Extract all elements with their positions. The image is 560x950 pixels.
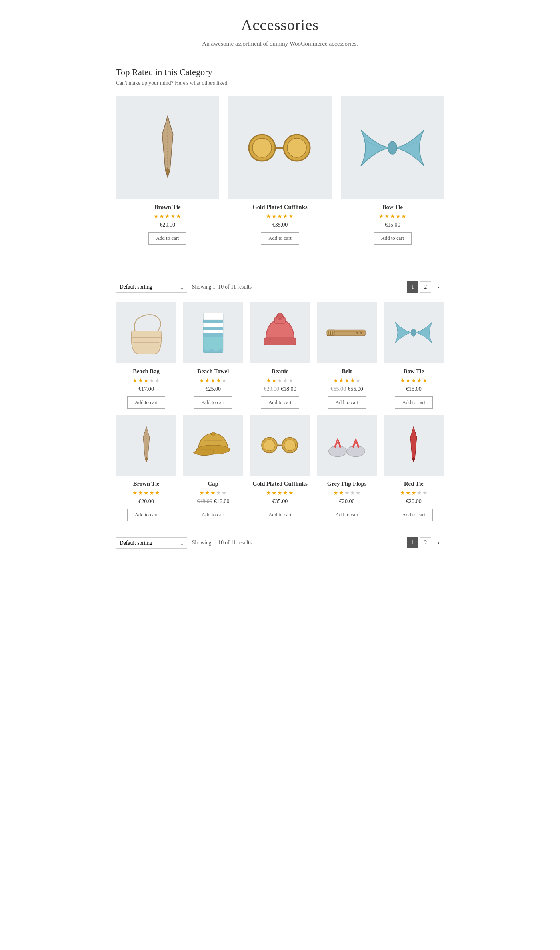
star-filled: ★: [390, 213, 395, 220]
page-button-2[interactable]: 2: [420, 537, 431, 548]
top-toolbar: Default sortingSort by popularitySort by…: [116, 281, 444, 293]
sort-select-bottom[interactable]: Default sortingSort by popularitySort by…: [116, 537, 187, 549]
star-filled: ★: [155, 490, 160, 496]
product-card: Gold Plated Cufflinks ★★★★★ €35.00 Add t…: [250, 415, 310, 521]
star-filled: ★: [333, 377, 338, 384]
add-to-cart-button[interactable]: Add to cart: [261, 396, 299, 409]
add-to-cart-button[interactable]: Add to cart: [261, 509, 299, 521]
svg-point-26: [277, 313, 283, 319]
add-to-cart-button[interactable]: Add to cart: [328, 396, 366, 409]
old-price: €18.00: [197, 498, 212, 504]
product-price: €35.00: [272, 498, 288, 505]
svg-marker-39: [145, 457, 148, 462]
product-image: [384, 302, 444, 363]
add-to-cart-button[interactable]: Add to cart: [148, 232, 187, 245]
page-title: Accessories: [116, 16, 444, 34]
product-card: Brown Tie ★★★★★ €20.00 Add to cart: [116, 415, 176, 521]
star-empty: ★: [356, 377, 361, 384]
product-card: Red Tie ★★★★★ €20.00 Add to cart: [384, 415, 444, 521]
product-price: €35.00: [272, 221, 288, 228]
product-image: [250, 415, 310, 476]
product-stars: ★★★★★: [333, 490, 361, 496]
sort-select-wrap-bottom[interactable]: Default sortingSort by popularitySort by…: [116, 537, 187, 549]
star-filled: ★: [344, 377, 350, 384]
current-price: €20.00: [339, 498, 355, 504]
toolbar-left: Default sortingSort by popularitySort by…: [116, 281, 252, 293]
star-filled: ★: [266, 490, 271, 496]
star-filled: ★: [406, 377, 411, 384]
add-to-cart-button[interactable]: Add to cart: [194, 509, 232, 521]
product-price: €20.00: [406, 498, 422, 505]
product-stars: ★★★★★: [379, 213, 406, 220]
star-filled: ★: [210, 490, 216, 496]
product-name: Belt: [342, 368, 352, 375]
star-filled: ★: [339, 377, 344, 384]
star-filled: ★: [396, 213, 401, 220]
product-image: [116, 302, 176, 363]
star-filled: ★: [149, 490, 154, 496]
svg-point-42: [211, 432, 215, 436]
product-image: [341, 96, 444, 199]
svg-marker-1: [165, 168, 170, 177]
page-wrapper: Accessories An awesome assortment of dum…: [108, 0, 452, 574]
add-to-cart-button[interactable]: Add to cart: [127, 509, 166, 521]
star-filled: ★: [411, 377, 416, 384]
product-card: Bow Tie ★★★★★ €15.00 Add to cart: [384, 302, 444, 408]
star-empty: ★: [344, 490, 350, 496]
svg-rect-21: [203, 333, 223, 337]
toolbar-left-bottom: Default sortingSort by popularitySort by…: [116, 537, 252, 549]
star-filled: ★: [199, 377, 204, 384]
star-filled: ★: [159, 213, 164, 220]
page-button-1[interactable]: 1: [407, 537, 418, 548]
product-image: [116, 415, 176, 476]
product-image: [228, 96, 331, 199]
pagination-top: 12›: [407, 281, 444, 293]
bottom-toolbar: Default sortingSort by popularitySort by…: [116, 537, 444, 549]
star-empty: ★: [155, 377, 160, 384]
add-to-cart-button[interactable]: Add to cart: [395, 396, 433, 409]
star-filled: ★: [165, 213, 170, 220]
star-filled: ★: [205, 490, 210, 496]
add-to-cart-button[interactable]: Add to cart: [374, 232, 412, 245]
old-price: €20.00: [264, 386, 279, 392]
product-stars: ★★★★★: [266, 490, 294, 496]
product-price: €15.00: [385, 221, 400, 228]
star-filled: ★: [333, 490, 338, 496]
svg-point-35: [411, 329, 416, 337]
add-to-cart-button[interactable]: Add to cart: [194, 396, 232, 409]
product-stars: ★★★★★: [199, 490, 227, 496]
top-rated-grid: Brown Tie ★★★★★ €20.00 Add to cart Gold …: [116, 96, 444, 245]
product-price: €20.00: [160, 221, 175, 228]
svg-rect-17: [203, 320, 223, 323]
product-card: Belt ★★★★★ €65.00€55.00 Add to cart: [317, 302, 377, 408]
star-empty: ★: [149, 377, 154, 384]
current-price: €15.00: [406, 386, 422, 392]
star-filled: ★: [406, 490, 411, 496]
next-page-button[interactable]: ›: [433, 281, 444, 293]
top-rated-sub: Can't make up your mind? Here's what oth…: [116, 80, 444, 86]
page-button-1[interactable]: 1: [407, 281, 418, 293]
product-stars: ★★★★★: [400, 377, 428, 384]
svg-point-34: [361, 332, 362, 334]
star-filled: ★: [417, 377, 422, 384]
star-empty: ★: [350, 490, 355, 496]
add-to-cart-button[interactable]: Add to cart: [395, 509, 433, 521]
star-filled: ★: [283, 490, 288, 496]
product-image: [116, 96, 219, 199]
add-to-cart-button[interactable]: Add to cart: [127, 396, 166, 409]
star-empty: ★: [283, 377, 288, 384]
product-card: Brown Tie ★★★★★ €20.00 Add to cart: [116, 96, 219, 245]
next-page-button[interactable]: ›: [433, 537, 444, 548]
star-filled: ★: [400, 377, 405, 384]
star-filled: ★: [422, 377, 428, 384]
product-image: [250, 302, 310, 363]
add-to-cart-button[interactable]: Add to cart: [261, 232, 299, 245]
sort-select-wrap[interactable]: Default sortingSort by popularitySort by…: [116, 281, 187, 293]
star-filled: ★: [266, 213, 271, 220]
svg-point-33: [357, 332, 358, 334]
add-to-cart-button[interactable]: Add to cart: [328, 509, 366, 521]
page-button-2[interactable]: 2: [420, 281, 431, 293]
svg-rect-19: [203, 327, 223, 330]
current-price: €55.00: [348, 386, 363, 392]
sort-select[interactable]: Default sortingSort by popularitySort by…: [116, 281, 187, 293]
